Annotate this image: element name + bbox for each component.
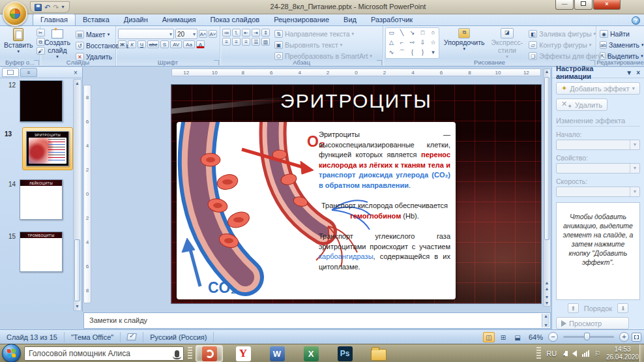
preview-button[interactable]: Просмотр xyxy=(556,317,629,329)
notes-area[interactable]: Заметки к слайду ▲▼ xyxy=(83,312,551,329)
tab-developer[interactable]: Разработчик xyxy=(364,14,420,25)
shapes-gallery[interactable]: ▭╲↘□○ △⌐⇨⇩☆ ∿⌒{}▾ xyxy=(385,27,439,59)
zoom-in-button[interactable]: + xyxy=(619,332,629,342)
language-indicator[interactable]: Русский (Россия) xyxy=(143,332,214,342)
slide-thumbnail-12[interactable]: 12 xyxy=(0,80,72,122)
shapes-more-icon[interactable]: ▾ xyxy=(428,48,438,57)
justify-icon[interactable]: ☰ xyxy=(252,38,260,46)
new-slide-button[interactable]: ✦ Создать слайд▾ xyxy=(42,27,72,61)
help-icon[interactable]: ? xyxy=(632,16,640,25)
find-button[interactable]: ◉Найти xyxy=(598,29,642,38)
align-right-icon[interactable]: ≡ xyxy=(242,38,250,46)
character-spacing-button[interactable]: AV xyxy=(170,40,182,48)
pane-close-icon[interactable]: × xyxy=(636,69,640,76)
shape-down-arrow-icon[interactable]: ⇩ xyxy=(418,38,428,48)
show-desktop-button[interactable] xyxy=(639,344,644,362)
strikethrough-button[interactable]: abc xyxy=(147,40,159,48)
slide-body-text[interactable]: Эритроциты — высокоспециализированные кл… xyxy=(319,130,450,272)
tab-insert[interactable]: Вставка xyxy=(76,14,117,25)
action-center-icon[interactable]: ⚐ xyxy=(594,350,601,358)
slide-title[interactable]: ЭРИТРОЦИТЫ xyxy=(171,90,541,112)
slide-counter[interactable]: Слайд 13 из 15 xyxy=(0,332,65,342)
shape-l-icon[interactable]: ⌐ xyxy=(397,38,407,48)
taskbar-excel-button[interactable]: X xyxy=(297,345,325,362)
tab-animation[interactable]: Анимация xyxy=(155,14,203,25)
bold-button[interactable]: Ж xyxy=(118,40,126,48)
save-icon[interactable] xyxy=(35,4,42,11)
tab-slides-thumbnails[interactable] xyxy=(2,68,19,77)
slide-thumbnail-13-selected[interactable]: 13 ЭРИТРОЦИТЫ xyxy=(22,127,73,170)
decrease-indent-icon[interactable]: ⇤ xyxy=(242,29,250,37)
redo-icon[interactable]: ↷ xyxy=(53,3,59,12)
text-direction-button[interactable]: ⇅Направление текста▾ xyxy=(273,29,373,38)
tab-slideshow[interactable]: Показ слайдов xyxy=(203,14,267,25)
paragraph-2[interactable]: Транспорт кислорода обеспечивается гемог… xyxy=(319,201,450,221)
minimize-button[interactable]: — xyxy=(555,0,574,10)
thumbnails-scrollbar[interactable]: ▲ ▼ xyxy=(73,79,81,311)
keyboard-language[interactable]: RU xyxy=(546,350,557,357)
italic-button[interactable]: К xyxy=(128,40,136,48)
scroll-up-icon[interactable]: ▲ xyxy=(74,80,81,87)
add-effect-button[interactable]: ✦ Добавить эффект ▾ xyxy=(556,82,640,95)
paragraph-3[interactable]: Транспорт углекислого газа эритроцитами … xyxy=(319,232,450,272)
shape-brace-right-icon[interactable]: } xyxy=(418,48,428,57)
shape-scribble-icon[interactable]: ∿ xyxy=(387,48,396,57)
columns-icon[interactable]: ▥ xyxy=(261,38,270,46)
undo-icon[interactable]: ↶ xyxy=(44,3,50,12)
zoom-level[interactable]: 64% xyxy=(526,333,546,341)
scroll-thumb[interactable] xyxy=(544,77,549,240)
clock[interactable]: 14:53 26.04.2020 xyxy=(606,346,639,361)
tab-outline[interactable]: ≡ xyxy=(20,68,37,77)
taskbar-powerpoint-button[interactable] xyxy=(196,345,223,362)
shape-triangle-icon[interactable]: △ xyxy=(387,38,396,48)
grow-font-icon[interactable]: A˄ xyxy=(199,30,207,38)
network-icon[interactable] xyxy=(582,350,589,357)
start-button[interactable] xyxy=(2,344,21,362)
font-name-combo[interactable]: ▾ xyxy=(118,29,174,39)
tab-view[interactable]: Вид xyxy=(336,14,364,25)
property-combo[interactable]: ▾ xyxy=(556,163,640,173)
change-case-button[interactable]: Аа xyxy=(183,40,195,48)
tab-home[interactable]: Главная xyxy=(33,14,76,25)
align-left-icon[interactable]: ≡ xyxy=(222,38,231,46)
underline-button[interactable]: Ч xyxy=(138,40,146,48)
shape-block-arrow-icon[interactable]: ⇨ xyxy=(407,38,417,48)
volume-icon[interactable] xyxy=(572,350,577,357)
previous-slide-button[interactable]: ▲▲ xyxy=(544,280,550,292)
speed-combo[interactable]: ▾ xyxy=(556,187,640,197)
shape-star-icon[interactable]: ☆ xyxy=(428,38,438,48)
office-button[interactable] xyxy=(3,1,27,26)
bullets-icon[interactable]: ≔ xyxy=(222,29,231,37)
slide-sorter-view-button[interactable]: ⊞ xyxy=(497,332,509,342)
clipboard-dialog-launcher[interactable] xyxy=(34,60,39,65)
font-size-combo[interactable]: 20▾ xyxy=(175,29,198,39)
zoom-out-button[interactable]: − xyxy=(548,332,558,342)
font-color-button[interactable]: А xyxy=(196,40,205,48)
align-center-icon[interactable]: ≡ xyxy=(232,38,241,46)
slides-panel-close-icon[interactable]: × xyxy=(71,69,80,76)
slide-area-scrollbar[interactable]: ▲ ▲▲ ▼▼ xyxy=(543,68,551,307)
slide-canvas[interactable]: ЭРИТРОЦИТЫ xyxy=(171,85,541,303)
arrange-button[interactable]: ⧉ Упорядочить▾ xyxy=(442,27,486,52)
normal-view-button[interactable]: ◫ xyxy=(483,332,495,342)
shape-arc-icon[interactable]: ⌒ xyxy=(397,48,407,57)
taskbar-photoshop-button[interactable]: Ps xyxy=(331,345,359,362)
scroll-up-icon[interactable]: ▲ xyxy=(545,69,549,74)
next-slide-button[interactable]: ▼▼ xyxy=(544,294,550,306)
shape-rectangle-icon[interactable]: ▭ xyxy=(387,29,396,38)
slide-thumbnail-15[interactable]: 15 ТРОМБОЦИТЫ xyxy=(0,232,72,272)
pane-menu-icon[interactable]: ▼ xyxy=(626,69,632,76)
restore-button[interactable] xyxy=(574,0,593,10)
start-combo[interactable]: ▾ xyxy=(556,140,640,150)
zoom-slider[interactable] xyxy=(563,336,614,338)
notes-placeholder[interactable]: Заметки к слайду xyxy=(84,313,550,327)
tab-review[interactable]: Рецензирование xyxy=(267,14,336,25)
slide-thumbnail-14[interactable]: 14 ЛЕЙКОЦИТЫ xyxy=(0,179,72,220)
qat-customize-icon[interactable]: ▾ xyxy=(61,3,64,12)
font-dialog-launcher[interactable] xyxy=(214,60,219,65)
paste-button[interactable]: Вставить▾ xyxy=(2,27,35,55)
taskbar-yandex-button[interactable]: Y xyxy=(229,345,257,362)
close-button[interactable]: × xyxy=(593,0,621,10)
reorder-up-button[interactable]: ⬆ xyxy=(568,303,579,313)
alice-search-box[interactable]: Голосовой помощник Алиса xyxy=(24,346,184,361)
